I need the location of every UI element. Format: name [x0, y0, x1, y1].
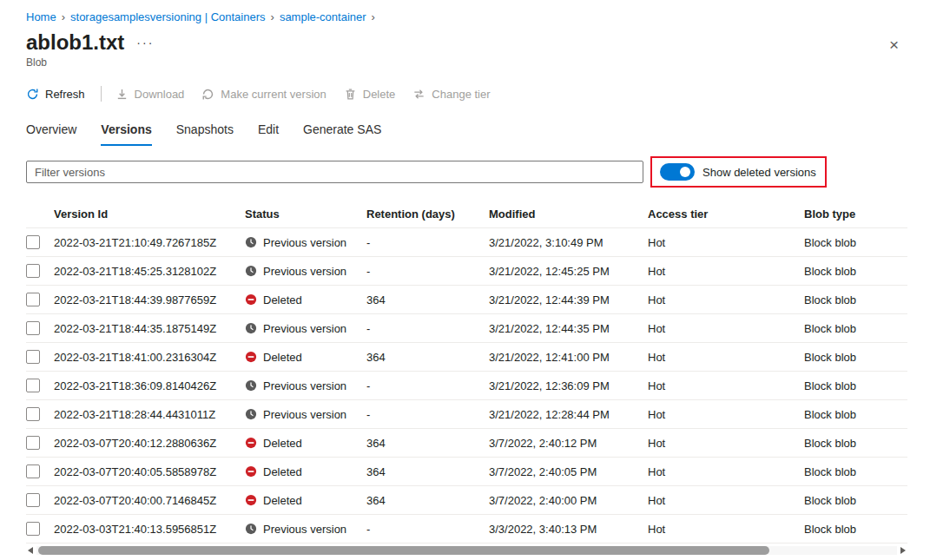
access-tier-cell: Hot [648, 265, 804, 278]
tab-edit[interactable]: Edit [258, 122, 279, 146]
status-text: Previous version [263, 236, 346, 249]
retention-cell: - [366, 265, 489, 278]
delete-label: Delete [363, 88, 396, 101]
retention-cell: 364 [366, 351, 489, 364]
access-tier-cell: Hot [648, 494, 804, 507]
row-checkbox[interactable] [26, 493, 40, 507]
refresh-button[interactable]: Refresh [26, 88, 85, 101]
row-checkbox-cell [26, 522, 54, 537]
table-row[interactable]: 2022-03-21T21:10:49.7267185Z Previous ve… [26, 228, 907, 257]
tab-overview[interactable]: Overview [26, 122, 76, 146]
download-button[interactable]: Download [115, 88, 185, 101]
tab-versions[interactable]: Versions [101, 122, 151, 146]
change-tier-label: Change tier [432, 88, 490, 101]
breadcrumb-sample-container[interactable]: sample-container [280, 10, 366, 23]
page-title: ablob1.txt [26, 31, 124, 54]
filter-versions-input[interactable] [26, 161, 643, 183]
scrollbar-track[interactable] [36, 546, 897, 555]
row-checkbox[interactable] [26, 350, 40, 364]
row-checkbox[interactable] [26, 464, 40, 478]
access-tier-cell: Hot [648, 379, 804, 392]
scrollbar-thumb[interactable] [38, 546, 769, 555]
table-row[interactable]: 2022-03-21T18:44:39.9877659Z Deleted 364… [26, 286, 907, 314]
row-checkbox[interactable] [26, 379, 40, 392]
column-header-retention[interactable]: Retention (days) [366, 208, 489, 221]
table-row[interactable]: 2022-03-07T20:40:12.2880636Z Deleted 364… [26, 429, 907, 458]
column-header-status[interactable]: Status [245, 208, 366, 221]
retention-cell: 364 [366, 293, 489, 306]
table-row[interactable]: 2022-03-07T20:40:00.7146845Z Deleted 364… [26, 486, 907, 515]
row-checkbox[interactable] [26, 293, 40, 306]
breadcrumb-home[interactable]: Home [26, 10, 56, 23]
column-header-access-tier[interactable]: Access tier [648, 208, 804, 221]
row-checkbox[interactable] [26, 264, 40, 278]
access-tier-cell: Hot [648, 437, 804, 450]
filter-row: Show deleted versions [26, 156, 907, 188]
version-id-cell: 2022-03-03T21:40:13.5956851Z [54, 523, 245, 536]
status-text: Deleted [263, 351, 302, 364]
row-checkbox-cell [26, 264, 54, 279]
column-header-blob-type[interactable]: Blob type [804, 208, 907, 221]
row-checkbox-cell [26, 379, 54, 393]
retention-cell: - [366, 523, 489, 536]
retention-cell: - [366, 379, 489, 392]
blob-type-cell: Block blob [804, 408, 907, 421]
status-cell: Deleted [245, 437, 366, 450]
row-checkbox-cell [26, 464, 54, 479]
show-deleted-versions-toggle[interactable] [660, 163, 695, 181]
scroll-left-icon[interactable] [26, 546, 36, 555]
access-tier-cell: Hot [648, 236, 804, 249]
version-table-body: 2022-03-21T21:10:49.7267185Z Previous ve… [26, 228, 907, 544]
row-checkbox[interactable] [26, 436, 40, 450]
column-header-modified[interactable]: Modified [489, 208, 648, 221]
horizontal-scrollbar[interactable] [26, 544, 907, 557]
more-options-icon[interactable]: ··· [136, 36, 154, 49]
column-header-version-id[interactable]: Version Id [54, 208, 245, 221]
status-text: Deleted [263, 494, 302, 507]
access-tier-cell: Hot [648, 408, 804, 421]
refresh-icon [26, 88, 39, 101]
status-text: Previous version [263, 408, 346, 421]
make-current-version-label: Make current version [221, 88, 326, 101]
breadcrumb-storage-account-containers[interactable]: storagesamplesversioning | Containers [70, 10, 266, 23]
table-row[interactable]: 2022-03-03T21:40:13.5956851Z Previous ve… [26, 515, 907, 544]
table-row[interactable]: 2022-03-21T18:44:35.1875149Z Previous ve… [26, 314, 907, 343]
modified-cell: 3/7/2022, 2:40:12 PM [489, 437, 648, 450]
version-id-cell: 2022-03-21T18:36:09.8140426Z [54, 379, 245, 392]
previous-version-icon [245, 408, 257, 420]
blob-versions-page: Home › storagesamplesversioning | Contai… [0, 0, 930, 557]
make-current-version-button[interactable]: Make current version [201, 88, 326, 101]
status-text: Previous version [263, 523, 346, 536]
access-tier-cell: Hot [648, 293, 804, 306]
blob-type-cell: Block blob [804, 465, 907, 478]
row-checkbox[interactable] [26, 407, 40, 421]
row-checkbox[interactable] [26, 321, 40, 335]
tab-generate-sas[interactable]: Generate SAS [303, 122, 381, 146]
blob-type-cell: Block blob [804, 351, 907, 364]
previous-version-icon [245, 265, 257, 277]
row-checkbox[interactable] [26, 522, 40, 536]
row-checkbox-cell [26, 436, 54, 451]
previous-version-icon [245, 523, 257, 535]
table-header-row: Version Id Status Retention (days) Modif… [26, 200, 907, 228]
change-tier-button[interactable]: Change tier [412, 88, 490, 101]
table-row[interactable]: 2022-03-21T18:36:09.8140426Z Previous ve… [26, 372, 907, 400]
table-row[interactable]: 2022-03-07T20:40:05.5858978Z Deleted 364… [26, 458, 907, 486]
status-cell: Previous version [245, 265, 366, 278]
access-tier-cell: Hot [648, 351, 804, 364]
version-id-cell: 2022-03-21T18:28:44.4431011Z [54, 408, 245, 421]
table-row[interactable]: 2022-03-21T18:45:25.3128102Z Previous ve… [26, 257, 907, 286]
show-deleted-versions-label: Show deleted versions [702, 166, 816, 179]
close-icon[interactable]: × [884, 35, 904, 55]
row-checkbox[interactable] [26, 235, 40, 249]
table-row[interactable]: 2022-03-21T18:28:44.4431011Z Previous ve… [26, 400, 907, 429]
download-icon [115, 88, 129, 101]
delete-button[interactable]: Delete [344, 88, 396, 101]
retention-cell: 364 [366, 437, 489, 450]
make-current-version-icon [201, 88, 214, 101]
table-row[interactable]: 2022-03-21T18:41:00.2316304Z Deleted 364… [26, 343, 907, 372]
tab-snapshots[interactable]: Snapshots [176, 122, 234, 146]
blob-type-cell: Block blob [804, 236, 907, 249]
scroll-right-icon[interactable] [897, 546, 907, 555]
modified-cell: 3/3/2022, 3:40:13 PM [489, 523, 648, 536]
